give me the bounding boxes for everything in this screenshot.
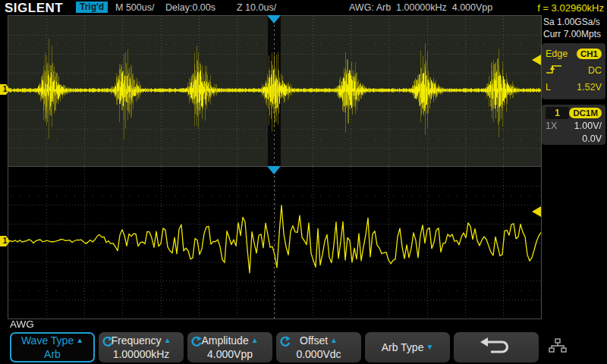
lan-icon[interactable]: [548, 338, 568, 357]
trigger-coupling-label: DC: [588, 65, 602, 76]
down-arrow-icon: ▼: [426, 340, 433, 354]
menu-title: AWG: [10, 318, 34, 330]
rising-edge-icon: [546, 64, 562, 78]
main-waveform-window[interactable]: [8, 15, 542, 167]
zoom-region-marker-bottom-icon[interactable]: [267, 166, 281, 174]
softkey-label: Wave Type: [21, 334, 74, 347]
up-arrow-icon: ▲: [76, 334, 83, 347]
softkey-label: Frequency: [111, 334, 161, 347]
up-arrow-icon: ▲: [251, 334, 259, 347]
softkey-menu: Wave Type▲ Arb Frequency▲ 1.00000kHz Amp…: [10, 332, 539, 362]
trigger-level-label: L: [546, 82, 551, 93]
knob-icon: [190, 336, 202, 350]
oscilloscope-screen: SIGLENT Trig'd M 500us/ Delay:0.00s Z 10…: [0, 0, 607, 364]
channel1-panel[interactable]: 1 DC1M 1X 1.00V/ 0.0V: [542, 105, 605, 145]
return-icon: [480, 336, 513, 359]
memory-depth-readout: Curr 7.00Mpts: [543, 29, 601, 39]
softkey-label: Arb Type: [382, 340, 424, 354]
zoom-region-marker-top-icon[interactable]: [267, 15, 281, 24]
softkey-label: Offset: [300, 334, 328, 347]
trigger-source-badge: CH1: [577, 49, 602, 59]
zoom-timebase-readout[interactable]: Z 10.0us/: [237, 2, 276, 13]
trigger-panel[interactable]: Edge CH1 DC L 1.52V: [542, 43, 605, 99]
softkey-wave-type[interactable]: Wave Type▲ Arb: [10, 332, 95, 362]
softkey-value: Arb: [11, 347, 93, 361]
delay-readout[interactable]: Delay:0.00s: [165, 2, 215, 13]
sample-rate-readout: Sa 1.00GSa/s: [543, 17, 600, 27]
softkey-frequency[interactable]: Frequency▲ 1.00000kHz: [99, 332, 184, 362]
softkey-arb-type[interactable]: Arb Type▼: [365, 332, 450, 362]
zoom-waveform-window[interactable]: [8, 167, 542, 319]
knob-icon: [102, 336, 113, 350]
awg-status-readout[interactable]: AWG: Arb 1.00000kHz 4.000Vpp: [349, 2, 492, 13]
trigger-level-arrow-main-icon[interactable]: [532, 55, 541, 65]
main-waveform-canvas: [8, 16, 541, 167]
up-arrow-icon: ▲: [164, 334, 171, 347]
trigger-status-badge: Trig'd: [76, 2, 108, 13]
channel1-coupling-badge: DC1M: [569, 108, 602, 118]
channel1-tab[interactable]: 1: [546, 107, 569, 119]
frequency-counter: f = 3.02960kHz: [537, 2, 604, 14]
softkey-amplitude[interactable]: Amplitude▲ 4.000Vpp: [187, 332, 272, 362]
trigger-mode-label: Edge: [546, 49, 568, 59]
status-bar: SIGLENT Trig'd M 500us/ Delay:0.00s Z 10…: [0, 0, 607, 15]
knob-icon: [279, 336, 291, 350]
up-arrow-icon: ▲: [330, 334, 338, 347]
trigger-level-value: 1.52V: [577, 82, 602, 93]
softkey-label: Amplitude: [201, 334, 248, 347]
softkey-return[interactable]: [454, 332, 539, 362]
trigger-level-arrow-zoom-icon[interactable]: [532, 206, 541, 217]
softkey-offset[interactable]: Offset▲ 0.000Vdc: [276, 332, 361, 362]
channel1-probe-attenuation: 1X: [546, 121, 557, 131]
zoom-waveform-canvas: [8, 167, 541, 318]
siglent-logo: SIGLENT: [5, 1, 63, 16]
channel1-offset: 0.0V: [582, 133, 602, 144]
timebase-readout[interactable]: M 500us/: [115, 2, 154, 13]
channel1-volts-per-div: 1.00V/: [574, 121, 602, 131]
